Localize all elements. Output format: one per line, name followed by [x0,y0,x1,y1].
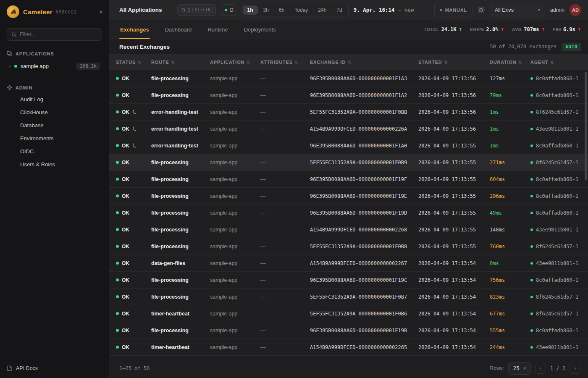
attributes-cell: — [260,311,310,317]
application-cell: sample-app [210,160,260,165]
range-24h[interactable]: 24h [313,5,331,15]
range-today[interactable]: Today [290,5,312,15]
application-cell: sample-app [210,76,260,81]
duration-cell: 127ms [490,76,530,81]
range-1h[interactable]: 1h [243,5,258,15]
avatar[interactable]: AD [570,4,581,16]
table-row[interactable]: OKdata-gen-filessample-app—A154B9A999DFC… [109,255,588,272]
agent-status-dot [530,279,533,281]
trend-up-icon: ↑ [500,27,504,32]
status-ok-dot [116,346,119,349]
column-header-route[interactable]: ROUTE⇅ [151,60,210,65]
table-subheader: Recent Exchanges 50 of 24,070 exchanges … [109,39,588,54]
next-page-button[interactable]: › [570,363,580,374]
sidebar-collapse-icon[interactable]: « [99,8,103,16]
attributes-cell: — [260,227,310,233]
tab-exchanges[interactable]: Exchanges [119,20,150,39]
filter-input[interactable] [20,32,97,37]
table-row[interactable]: OKtimer-heartbeatsample-app—A154B9A999DF… [109,339,588,356]
column-header-exchange-id[interactable]: EXCHANGE ID⇅ [310,60,418,65]
exchange-id-cell: 5EF55FC31352A9A-000000000001F0B7 [310,294,418,300]
status-cell: OK [116,176,151,182]
expand-chevron-icon[interactable]: › [9,63,11,69]
route-cell: error-handling-test [151,143,210,149]
sidebar-item-database[interactable]: Database [0,119,109,132]
column-header-agent[interactable]: AGENT⇅ [530,60,583,65]
application-cell: sample-app [210,176,260,182]
table-row[interactable]: OKerror-handling-testsample-app—96E395B0… [109,137,588,154]
sidebar-item-sample-app[interactable]: › sample app 208.2k [0,59,109,74]
status-ok-dot [116,329,119,332]
agent-status-dot [530,178,533,181]
table-row[interactable]: OKfile-processingsample-app—96E395B0088A… [109,188,588,205]
table-row[interactable]: OKerror-handling-testsample-app—5EF55FC3… [109,104,588,121]
table-row[interactable]: OKfile-processingsample-app—A154B9A999DF… [109,221,588,238]
agent-cell: 8f6245c61d57-1 [530,109,583,115]
attributes-cell: — [260,126,310,132]
errors-only-toggle[interactable]: O [221,4,236,16]
range-3h[interactable]: 3h [259,5,273,15]
agent-cell: 8f6245c61d57-1 [530,294,583,300]
route-cell: file-processing [151,176,210,182]
table-row[interactable]: OKerror-handling-testsample-app—A154B9A9… [109,121,588,137]
table-row[interactable]: OKfile-processingsample-app—96E395B0088A… [109,171,588,188]
table-row[interactable]: OKtimer-heartbeatsample-app—5EF55FC31352… [109,305,588,322]
env-select[interactable]: All Envs ▾ [490,4,545,16]
table-row[interactable]: OKfile-processingsample-app—5EF55FC31352… [109,154,588,171]
range-6h[interactable]: 6h [274,5,289,15]
attributes-cell: — [260,76,310,81]
table-row[interactable]: OKfile-processingsample-app—5EF55FC31352… [109,238,588,255]
sidebar-item-oidc[interactable]: OIDC [0,145,109,158]
fork-icon [132,110,136,114]
status-cell: OK [116,126,151,132]
column-header-status[interactable]: STATUS⇅ [116,60,151,65]
theme-toggle[interactable] [478,6,485,13]
table-row[interactable]: OKfile-processingsample-app—5EF55FC31352… [109,289,588,305]
range-7d[interactable]: 7d [332,5,346,15]
rows-per-page-select[interactable]: 25 ▾ [508,362,531,375]
agent-status-dot [530,212,533,214]
table-row[interactable]: OKfile-processingsample-app—96E395B0088A… [109,70,588,87]
sidebar-item-users-roles[interactable]: Users & Roles [0,158,109,171]
status-cell: OK [116,143,151,149]
status-ok-dot [116,127,119,130]
table-row[interactable]: OKfile-processingsample-app—96E395B0088A… [109,322,588,339]
duration-cell: 555ms [490,328,530,333]
global-search[interactable]: S... Ctrl+K [177,4,216,16]
sidebar-filter[interactable] [7,28,102,41]
applications-icon [7,51,12,56]
attributes-cell: — [260,176,310,182]
tab-deployments[interactable]: Deployments [243,20,277,39]
prev-page-button[interactable]: ‹ [535,363,546,374]
duration-cell: 79ms [490,92,530,98]
sidebar-item-environments[interactable]: Environments [0,132,109,145]
status-ok-dot [116,211,119,214]
sidebar-item-api-docs[interactable]: API Docs [0,359,109,378]
agent-status-dot [530,111,533,113]
scrollbar-thumb[interactable] [585,72,587,180]
route-cell: timer-heartbeat [151,344,210,350]
column-header-started[interactable]: STARTED⇅ [418,60,490,65]
table-row[interactable]: OKfile-processingsample-app—96E395B0088A… [109,272,588,289]
refresh-mode-button[interactable]: MANUAL [434,4,472,16]
tab-dashboard[interactable]: Dashboard [164,20,193,39]
column-header-attributes[interactable]: ATTRIBUTES⇅ [260,60,310,65]
tab-runtime[interactable]: Runtime [207,20,228,39]
application-cell: sample-app [210,311,260,317]
column-header-application[interactable]: APPLICATION⇅ [210,60,260,65]
search-shortcut: Ctrl+K [192,7,213,13]
app-status-dot [14,65,17,68]
sidebar-item-audit-log[interactable]: Audit Log [0,93,109,106]
table-row[interactable]: OKfile-processingsample-app—96E395B0088A… [109,205,588,221]
agent-status-dot [530,346,533,349]
sidebar-item-clickhouse[interactable]: ClickHouse [0,106,109,119]
trend-up-icon: ↑ [541,27,545,32]
column-header-duration[interactable]: DURATION⇅ [490,60,530,65]
auto-refresh-badge[interactable]: AUTO [562,43,581,51]
started-cell: 2026-04-09 17:13:56 [418,76,490,81]
table-row[interactable]: OKfile-processingsample-app—96E395B0088A… [109,87,588,104]
agent-cell: 8c0affadb860-1 [530,143,583,149]
date-range[interactable]: 9. Apr. 16:14 — now [354,7,414,13]
metrics-summary: TOTAL24.1K↑ERR%2.0%↑AVG707ms↑P996.9s↑ [424,20,581,39]
exchange-id-cell: 96E395B0088AA6D-000000000001F19B [310,328,418,333]
